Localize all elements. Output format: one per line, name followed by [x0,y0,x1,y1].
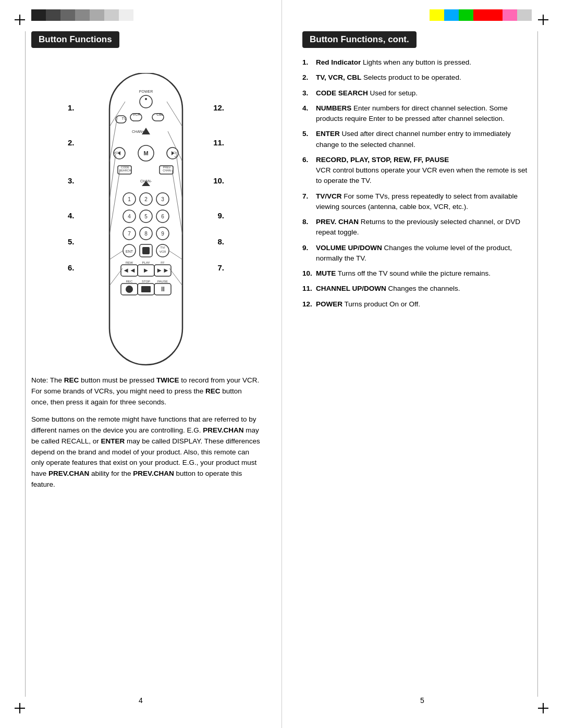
svg-text:CHAN+: CHAN+ [132,130,144,133]
function-item-1: 1.Red Indicator Lights when any button i… [302,57,532,68]
svg-text:REW: REW [126,261,133,264]
function-item-6: 6.RECORD, PLAY, STOP, REW, FF, PAUSEVCR … [302,155,532,187]
remote-image: POWER VCR TV CBL CHAN+ VOL - [94,73,198,370]
svg-text:2: 2 [144,196,148,202]
label-11: 11. [213,138,224,147]
label-5: 5. [68,237,75,246]
svg-text:8: 8 [144,231,148,237]
label-9: 9. [217,211,224,220]
function-item-7: 7.TV/VCR For some TVs, press repeatedly … [302,191,532,213]
svg-text:9: 9 [161,231,164,237]
svg-point-68 [126,286,133,293]
label-8: 8. [217,237,224,246]
function-item-10: 10.MUTE Turns off the TV sound while the… [302,268,532,279]
page-number-right: 5 [420,696,424,705]
svg-line-84 [169,268,182,286]
svg-text:1: 1 [128,196,131,202]
svg-text:►: ► [143,266,150,274]
svg-text:TV/: TV/ [160,246,165,249]
svg-text:VCR: VCR [160,250,166,253]
label-2: 2. [68,138,75,147]
svg-line-76 [109,170,120,235]
svg-text:ENT: ENT [126,250,133,253]
svg-text:6: 6 [161,214,164,219]
label-10: 10. [213,176,224,185]
svg-text:PLAY: PLAY [142,261,150,264]
function-item-9: 9.VOLUME UP/DOWN Changes the volume leve… [302,243,532,264]
label-7: 7. [217,263,224,272]
left-header: Button Functions [31,31,119,48]
function-list: 1.Red Indicator Lights when any button i… [302,57,532,310]
function-item-8: 8.PREV. CHAN Returns to the previously s… [302,217,532,238]
svg-text:⏸: ⏸ [160,285,166,293]
svg-text:PAUSE: PAUSE [157,280,168,283]
svg-text:4: 4 [128,214,131,219]
svg-text:-: - [116,155,117,158]
function-item-11: 11.CHANNEL UP/DOWN Changes the channels. [302,283,532,294]
svg-text:M: M [143,150,148,156]
label-4: 4. [68,211,75,220]
svg-rect-70 [141,286,151,292]
svg-text:7: 7 [128,231,131,237]
right-page: Button Functions, cont. 1.Red Indicator … [282,0,563,728]
function-item-2: 2.TV, VCR, CBL Selects product to be ope… [302,72,532,83]
svg-line-77 [109,251,123,260]
svg-line-82 [172,170,182,235]
svg-line-79 [167,102,182,127]
label-12: 12. [213,103,224,112]
svg-line-75 [109,154,116,200]
note-1: Note: The REC button must be pressed TWI… [31,375,261,408]
svg-text:SEARCH: SEARCH [119,169,131,172]
remote-diagram: 1. 2. 3. 4. 5. 6. 12. 11. 10. 9. 8. 7. P… [63,57,229,360]
svg-line-81 [176,154,182,200]
page-number-left: 4 [139,696,143,705]
label-3: 3. [68,176,75,185]
left-page: Button Functions 1. 2. 3. 4. 5. 6. 12. 1… [0,0,282,728]
label-1: 1. [68,103,75,112]
function-item-3: 3.CODE SEARCH Used for setup. [302,88,532,98]
function-item-12: 12.POWER Turns product On or Off. [302,299,532,310]
note-2: Some buttons on the remote might have fu… [31,414,261,490]
svg-text:CH: CH [173,151,178,154]
svg-text:CHAN: CHAN [163,169,171,172]
svg-rect-51 [142,247,150,254]
svg-text:◄◄: ◄◄ [123,266,136,274]
svg-text:POWER: POWER [139,90,153,93]
svg-point-3 [145,98,147,100]
note-section: Note: The REC button must be pressed TWI… [31,375,261,490]
svg-text:VCR: VCR [133,113,141,116]
svg-text:REC: REC [126,280,133,283]
svg-text:3: 3 [161,196,164,202]
function-item-4: 4.NUMBERS Enter numbers for direct chann… [302,103,532,125]
svg-text:5: 5 [144,214,148,219]
svg-point-2 [140,95,152,108]
svg-line-78 [109,268,123,286]
right-header: Button Functions, cont. [302,31,417,48]
svg-line-83 [169,251,182,260]
label-6: 6. [68,263,75,272]
function-item-5: 5.ENTER Used after direct channel number… [302,129,532,150]
svg-text:FF: FF [161,261,165,264]
svg-text:►►: ►► [156,266,169,274]
svg-text:STOP: STOP [142,280,150,283]
